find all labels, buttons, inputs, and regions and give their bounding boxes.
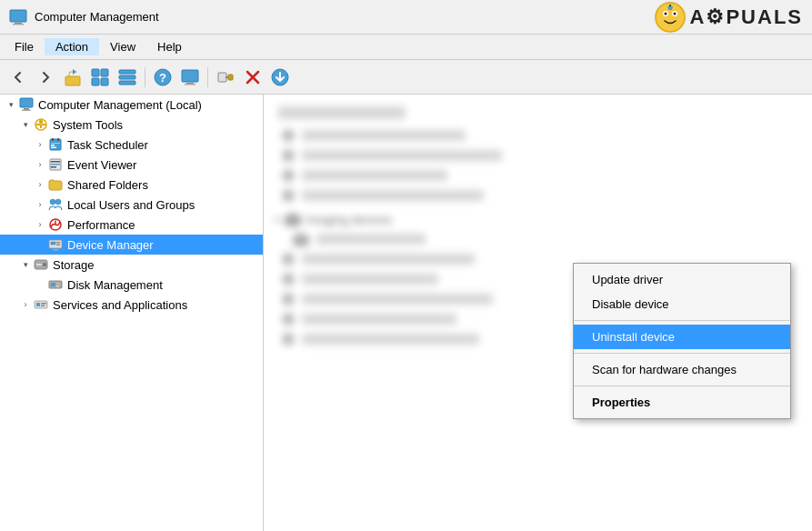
help-button[interactable]: ? [150, 65, 175, 90]
svg-rect-37 [51, 143, 60, 144]
tree-item-disk-management[interactable]: Disk Management [0, 275, 263, 295]
svg-rect-33 [42, 124, 45, 125]
svg-point-54 [43, 263, 46, 266]
svg-rect-61 [36, 303, 40, 306]
svg-rect-35 [52, 138, 54, 141]
expand-storage[interactable]: ▾ [18, 257, 33, 272]
svg-rect-15 [119, 81, 135, 85]
svg-rect-36 [57, 138, 59, 141]
menu-view[interactable]: View [99, 38, 146, 55]
tree-item-device-manager[interactable]: Device Manager [0, 235, 263, 255]
expand-shared-folders[interactable]: › [33, 177, 47, 192]
tree-item-local-users[interactable]: › Local Users and Groups [0, 195, 263, 215]
tree-item-shared-folders[interactable]: › Shared Folders [0, 175, 263, 195]
svg-rect-31 [40, 125, 42, 128]
svg-rect-38 [51, 145, 55, 146]
up-button[interactable] [60, 65, 85, 90]
context-menu-update-driver[interactable]: Update driver [574, 267, 790, 292]
title-bar-icon [9, 8, 27, 26]
svg-point-44 [50, 199, 55, 205]
delete-button[interactable] [240, 65, 266, 90]
svg-rect-9 [92, 69, 99, 76]
tree-item-storage[interactable]: ▾ Storage [0, 255, 263, 275]
expand-computer-management[interactable]: ▾ [4, 97, 18, 112]
context-menu-sep-2 [574, 353, 790, 354]
expand-performance[interactable]: › [33, 217, 47, 232]
tree-item-event-viewer[interactable]: › Event Viewer [0, 155, 263, 175]
svg-rect-49 [51, 242, 55, 245]
label-system-tools: System Tools [53, 118, 123, 132]
forward-button[interactable] [33, 65, 58, 90]
expand-disk-management[interactable] [33, 277, 47, 292]
title-bar-title: Computer Management [35, 10, 159, 24]
expand-device-manager[interactable] [33, 237, 47, 252]
expand-services[interactable]: › [18, 297, 33, 312]
context-menu-properties[interactable]: Properties [574, 390, 790, 415]
icon-device-manager [47, 236, 64, 253]
context-menu-disable-device[interactable]: Disable device [574, 292, 790, 316]
back-button[interactable] [5, 65, 31, 90]
list-button[interactable] [115, 65, 140, 90]
svg-rect-42 [51, 164, 60, 165]
label-computer-management: Computer Management (Local) [38, 98, 202, 112]
svg-text:?: ? [159, 71, 166, 85]
icon-system-tools [33, 116, 49, 133]
svg-rect-27 [20, 98, 33, 107]
expand-task-scheduler[interactable]: › [33, 137, 47, 152]
svg-rect-52 [53, 249, 58, 251]
expand-local-users[interactable]: › [33, 197, 47, 212]
label-task-scheduler: Task Scheduler [67, 138, 148, 152]
svg-rect-18 [182, 70, 198, 82]
appuals-logo: A⚙PUALS [654, 1, 803, 34]
view-button[interactable] [87, 65, 113, 90]
connect-button[interactable] [213, 65, 238, 90]
tree-item-performance[interactable]: › Performance [0, 215, 263, 235]
icon-performance [47, 216, 64, 233]
svg-rect-43 [51, 166, 56, 168]
svg-rect-22 [228, 75, 233, 80]
icon-computer-management [18, 96, 35, 113]
svg-rect-32 [36, 124, 40, 125]
svg-rect-13 [119, 70, 135, 74]
tree-item-computer-management[interactable]: ▾ Computer Management (Local) [0, 95, 263, 115]
svg-point-45 [55, 199, 61, 205]
svg-rect-58 [56, 283, 60, 285]
tree-item-services-applications[interactable]: › Services and Applications [0, 295, 263, 315]
main-container: ▾ Computer Management (Local) ▾ [0, 95, 812, 531]
monitor-button[interactable] [177, 65, 203, 90]
tree-item-task-scheduler[interactable]: › Task Scheduler [0, 135, 263, 155]
context-menu: Update driver Disable device Uninstall d… [573, 263, 791, 419]
expand-system-tools[interactable]: ▾ [18, 117, 33, 132]
svg-rect-59 [56, 286, 59, 287]
label-disk-management: Disk Management [67, 278, 163, 292]
tree-item-system-tools[interactable]: ▾ System Tools [0, 115, 263, 135]
icon-disk-management [47, 276, 64, 293]
toolbar-sep-1 [145, 67, 145, 87]
icon-storage [33, 256, 49, 273]
label-services: Services and Applications [53, 298, 187, 312]
menu-file[interactable]: File [4, 38, 45, 55]
label-shared-folders: Shared Folders [67, 178, 148, 192]
svg-rect-62 [41, 303, 46, 305]
label-performance: Performance [67, 218, 135, 232]
menu-help[interactable]: Help [146, 38, 193, 55]
svg-rect-41 [51, 161, 60, 163]
menu-action[interactable]: Action [45, 38, 99, 55]
svg-rect-51 [56, 245, 60, 246]
context-menu-sep-3 [574, 386, 790, 386]
context-menu-uninstall-device[interactable]: Uninstall device [574, 325, 790, 349]
appuals-logo-icon [654, 1, 687, 34]
svg-rect-29 [22, 110, 31, 112]
expand-event-viewer[interactable]: › [33, 157, 47, 172]
svg-rect-21 [218, 73, 226, 82]
svg-point-7 [673, 12, 676, 15]
svg-rect-55 [36, 264, 42, 266]
imaging-devices-label: Imaging devices [306, 213, 392, 226]
download-button[interactable] [267, 65, 293, 90]
svg-rect-71 [298, 234, 302, 236]
context-menu-scan-hardware[interactable]: Scan for hardware changes [574, 357, 790, 382]
appuals-logo-text: A⚙PUALS [690, 5, 803, 29]
svg-rect-14 [119, 75, 135, 79]
svg-rect-10 [101, 69, 108, 76]
left-panel: ▾ Computer Management (Local) ▾ [0, 95, 264, 531]
